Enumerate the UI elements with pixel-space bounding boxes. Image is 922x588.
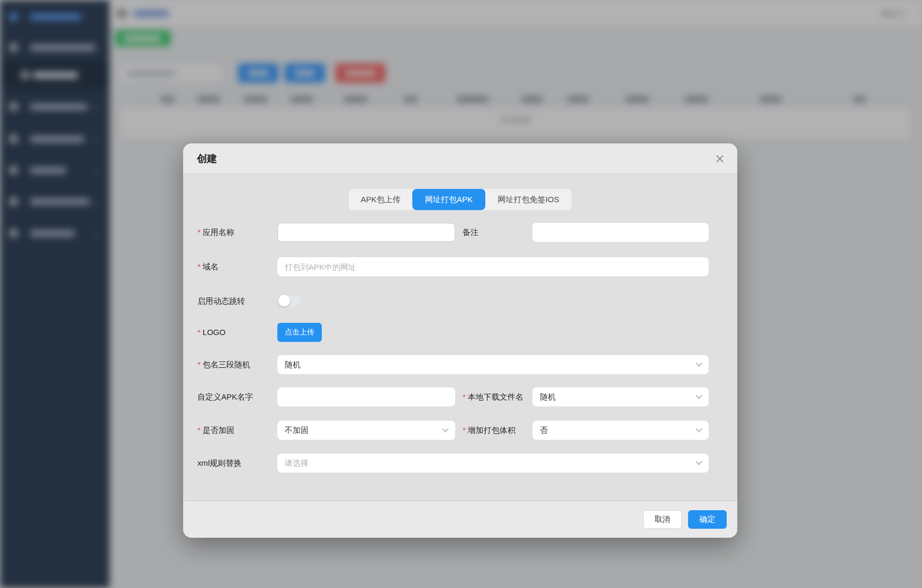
chevron-down-icon (695, 392, 702, 399)
xml-rule-replace-label: xml规则替换 (197, 454, 241, 473)
remark-label: 备注 (463, 223, 478, 242)
chevron-down-icon (695, 360, 702, 367)
xml-rule-replace-select[interactable]: 请选择 (277, 454, 709, 473)
dialog-header: 创建 (183, 143, 737, 174)
close-button[interactable] (713, 152, 727, 166)
tab-url-pack-ios[interactable]: 网址打包免签IOS (485, 189, 572, 210)
required-marker: * (197, 360, 201, 369)
custom-apk-name-label: 自定义APK名字 (197, 387, 253, 406)
app-name-input[interactable] (277, 223, 455, 242)
close-icon (716, 155, 724, 163)
confirm-button[interactable]: 确定 (688, 510, 727, 529)
toggle-knob (278, 295, 290, 306)
local-download-filename-label: *本地下载文件名 (463, 387, 523, 406)
dialog-title: 创建 (197, 143, 217, 174)
local-download-filename-select[interactable]: 随机 (532, 387, 709, 406)
dynamic-redirect-label: 启用动态跳转 (197, 292, 245, 311)
required-marker: * (197, 228, 201, 237)
package-name-random-select[interactable]: 随机 (277, 355, 709, 374)
dialog-tabs: APK包上传 网址打包APK 网址打包免签IOS (349, 189, 572, 210)
hardening-select[interactable]: 不加固 (277, 421, 455, 440)
domain-label: *域名 (197, 257, 219, 276)
chevron-down-icon (442, 426, 449, 432)
remark-input[interactable] (532, 223, 709, 242)
required-marker: * (197, 262, 201, 271)
logo-label: *LOGO (197, 323, 225, 342)
required-marker: * (197, 426, 201, 435)
chevron-down-icon (695, 458, 702, 465)
domain-input[interactable] (277, 257, 709, 276)
create-dialog: 创建 APK包上传 网址打包APK 网址打包免签IOS *应用名称 备注 *域名… (183, 143, 737, 538)
increase-package-size-select[interactable]: 否 (532, 421, 709, 440)
required-marker: * (197, 328, 201, 337)
package-name-random-label: *包名三段随机 (197, 355, 250, 374)
required-marker: * (463, 392, 466, 401)
app-name-label: *应用名称 (197, 223, 234, 242)
increase-package-size-label: *增加打包体积 (463, 421, 516, 440)
custom-apk-name-input[interactable] (277, 387, 455, 406)
tab-url-pack-apk[interactable]: 网址打包APK (412, 189, 485, 210)
logo-upload-button[interactable]: 点击上传 (277, 323, 322, 342)
cancel-button[interactable]: 取消 (643, 510, 682, 529)
tab-apk-upload[interactable]: APK包上传 (349, 189, 412, 210)
dynamic-redirect-toggle[interactable] (278, 295, 300, 306)
required-marker: * (463, 426, 466, 435)
dialog-footer: 取消 确定 (183, 501, 737, 538)
hardening-label: *是否加固 (197, 421, 234, 440)
chevron-down-icon (695, 426, 702, 432)
